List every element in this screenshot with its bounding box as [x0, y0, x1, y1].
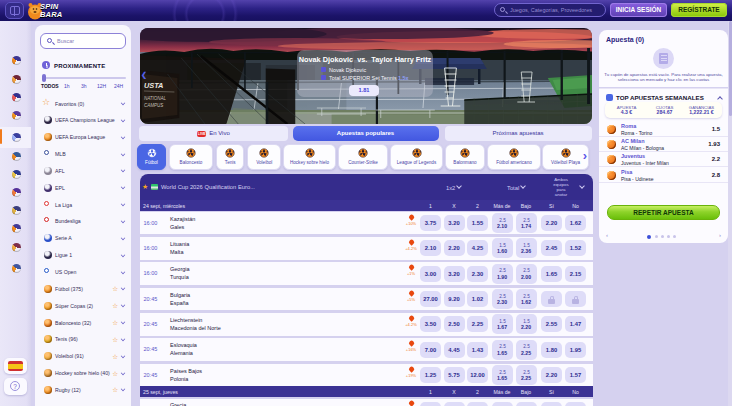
svg-text:CAMPUS: CAMPUS: [144, 103, 163, 108]
svg-text:NATIONAL: NATIONAL: [144, 96, 167, 101]
svg-text:USTA: USTA: [144, 81, 163, 90]
